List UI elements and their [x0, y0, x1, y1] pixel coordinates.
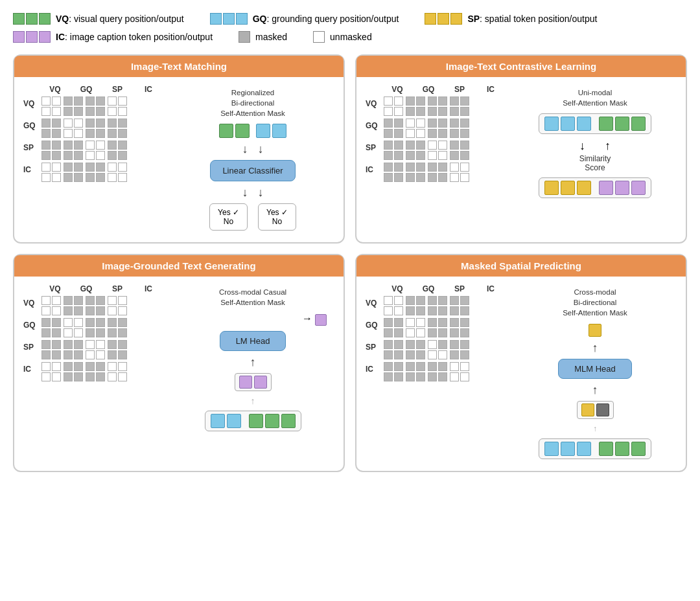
cell	[416, 306, 425, 315]
msp-annotation: Cross-modalBi-directionalSelf-Attention …	[563, 287, 627, 318]
cell	[460, 306, 469, 315]
unmasked-label: unmasked	[330, 32, 372, 42]
cell	[406, 362, 415, 371]
row-label-ic-2: IC	[366, 163, 381, 174]
cell	[384, 107, 393, 116]
cell	[96, 306, 105, 315]
sp-label: SP: spatial token position/output	[467, 14, 597, 24]
col-sp: SP	[104, 85, 131, 94]
cell	[394, 350, 403, 359]
cell	[74, 163, 83, 172]
col-vq-3: VQ	[41, 284, 69, 293]
cell	[428, 362, 437, 371]
cell	[64, 328, 73, 337]
cell	[428, 141, 437, 150]
cell	[460, 96, 469, 106]
col-gq: GQ	[73, 85, 100, 94]
cell	[52, 362, 61, 371]
sp-box-1	[425, 13, 436, 25]
masked-label: masked	[255, 32, 287, 42]
col-gq-3: GQ	[73, 284, 100, 293]
cell	[41, 151, 51, 160]
cell	[416, 296, 425, 305]
legend-sp: SP: spatial token position/output	[425, 13, 597, 25]
cell	[394, 129, 403, 138]
cell	[52, 96, 61, 106]
cell	[74, 328, 83, 337]
cell	[118, 163, 127, 172]
cell	[394, 96, 403, 106]
cell	[406, 151, 415, 160]
cell	[428, 296, 437, 305]
cell	[96, 328, 105, 337]
cell	[416, 340, 425, 349]
yesno-box-1: Yes ✓No	[209, 203, 248, 231]
cell	[108, 318, 117, 327]
token-blue-1	[256, 124, 270, 138]
cell	[406, 340, 415, 349]
token-green-mlm-1	[599, 442, 613, 456]
cell	[416, 328, 425, 337]
cell	[108, 372, 117, 381]
cell	[118, 107, 127, 116]
cell	[64, 350, 73, 359]
cell	[384, 372, 393, 381]
cell	[384, 362, 393, 371]
cell	[416, 107, 425, 116]
row-block-ic-2: IC	[366, 163, 504, 182]
cell	[118, 362, 127, 371]
cell	[394, 372, 403, 381]
cell	[64, 129, 73, 138]
cell	[438, 107, 447, 116]
cell	[108, 96, 117, 106]
gq-label: GQ: grounding query position/output	[253, 14, 399, 24]
cell	[450, 151, 459, 160]
cell	[52, 107, 61, 116]
col-vq-4: VQ	[384, 284, 411, 293]
row-block-gq-2: GQ	[366, 119, 504, 138]
input-purple-2	[254, 376, 267, 389]
token-blue-2	[272, 124, 286, 138]
itm-token-row-blue	[256, 124, 286, 138]
cell	[416, 350, 425, 359]
vq-label: VQ: visual query position/output	[56, 14, 184, 24]
cell	[74, 129, 83, 138]
cell	[438, 372, 447, 381]
cell	[52, 163, 61, 172]
cell	[118, 119, 127, 128]
panel-itcl: Image-Text Contrastive Learning VQ GQ SP…	[355, 54, 687, 244]
cell	[416, 163, 425, 172]
cell	[416, 318, 425, 327]
legend-vq: VQ: visual query position/output	[13, 13, 184, 25]
cell	[41, 141, 51, 150]
cell	[394, 151, 403, 160]
token-green-sim-3	[631, 117, 646, 131]
cell	[108, 107, 117, 116]
cell	[41, 107, 51, 116]
cell	[394, 107, 403, 116]
linear-classifier-box: Linear Classifier	[210, 160, 295, 181]
cell	[384, 173, 393, 182]
cell	[96, 107, 105, 116]
cell	[74, 306, 83, 315]
cell	[428, 340, 437, 349]
cell	[450, 173, 459, 182]
col-ic-3: IC	[135, 284, 162, 293]
arrow-up-lm-2: ↑	[251, 396, 255, 405]
cell	[384, 163, 393, 172]
cell	[118, 350, 127, 359]
cell	[460, 296, 469, 305]
col-sp-4: SP	[446, 284, 473, 293]
cell	[64, 306, 73, 315]
cell	[41, 328, 51, 337]
cell	[428, 163, 437, 172]
cell	[64, 340, 73, 349]
cell	[108, 151, 117, 160]
cell	[108, 173, 117, 182]
cell	[52, 328, 61, 337]
token-blue-sim-2	[561, 117, 575, 131]
cell	[74, 350, 83, 359]
token-purple-sim-2	[615, 181, 629, 195]
panel-itcl-title: Image-Text Contrastive Learning	[356, 56, 686, 77]
token-green-mlm-2	[615, 442, 629, 456]
